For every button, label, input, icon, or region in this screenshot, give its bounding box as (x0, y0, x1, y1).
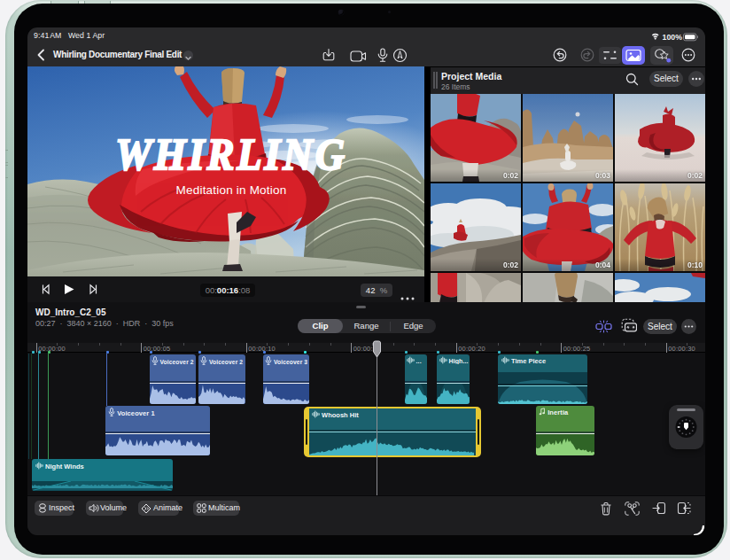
svg-text:100%: 100% (663, 33, 683, 42)
